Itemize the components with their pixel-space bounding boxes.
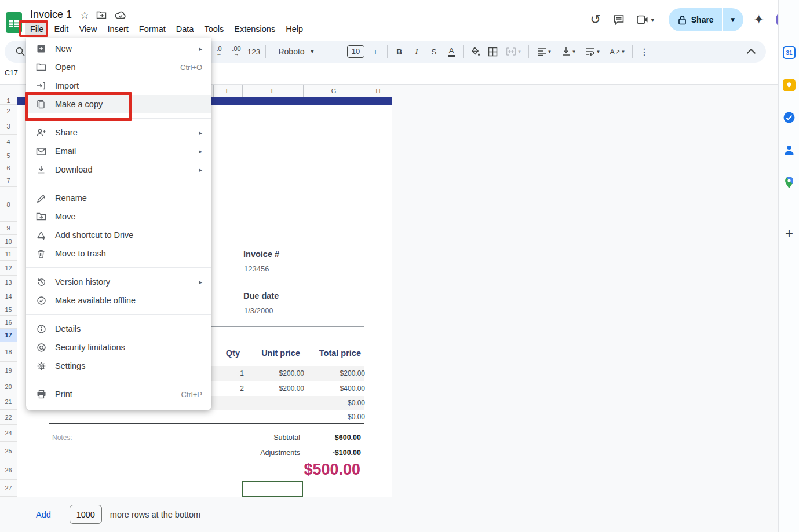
maps-icon[interactable] — [783, 176, 796, 189]
row-header-27[interactable]: 27 — [0, 480, 17, 497]
bold-button[interactable]: B — [392, 44, 407, 59]
row-header-5[interactable]: 5 — [0, 149, 17, 162]
row-header-17[interactable]: 17 — [0, 329, 17, 342]
adjustments-label: Adjustments — [260, 449, 300, 457]
row-header-16[interactable]: 16 — [0, 316, 17, 329]
menu-item-make-available-offline[interactable]: Make available offline — [26, 291, 211, 310]
row-header-10[interactable]: 10 — [0, 235, 17, 248]
row-header-25[interactable]: 25 — [0, 442, 17, 460]
increase-font-size-button[interactable]: + — [368, 44, 383, 59]
more-toolbar-options-icon[interactable]: ⋮ — [637, 44, 652, 59]
name-box[interactable]: C17 — [5, 69, 18, 77]
row-header-21[interactable]: 21 — [0, 394, 17, 410]
tasks-icon[interactable] — [783, 111, 796, 124]
menu-item-print[interactable]: PrintCtrl+P — [26, 385, 211, 403]
menu-item-email[interactable]: Email▸ — [26, 142, 211, 160]
decrease-decimal-icon[interactable]: .0← — [211, 44, 227, 59]
cloud-saved-icon[interactable] — [115, 10, 129, 20]
strikethrough-button[interactable]: S — [426, 44, 442, 59]
column-header-E[interactable]: E — [213, 85, 242, 97]
menu-insert[interactable]: Insert — [103, 22, 133, 36]
menu-item-download[interactable]: Download▸ — [26, 160, 211, 179]
menu-item-add-shortcut-to-drive[interactable]: Add shortcut to Drive — [26, 226, 211, 244]
row-header-24[interactable]: 24 — [0, 425, 17, 442]
menu-format[interactable]: Format — [134, 22, 170, 36]
text-wrapping-icon[interactable]: ▾ — [582, 44, 604, 59]
hide-toolbar-icon[interactable] — [745, 45, 758, 58]
menu-extensions[interactable]: Extensions — [229, 22, 280, 36]
get-add-ons-plus-icon[interactable]: + — [783, 227, 796, 240]
add-rows-button[interactable]: Add — [36, 510, 51, 519]
horizontal-align-icon[interactable]: ▾ — [533, 44, 555, 59]
more-formats-icon[interactable]: 123 — [246, 44, 261, 59]
increase-decimal-icon[interactable]: .00→ — [229, 44, 244, 59]
row-header-6[interactable]: 6 — [0, 162, 17, 174]
decrease-font-size-button[interactable]: − — [329, 44, 344, 59]
row-header-22[interactable]: 22 — [0, 410, 17, 425]
comments-icon[interactable] — [607, 8, 630, 31]
gemini-sparkle-icon[interactable]: ✦ — [749, 12, 769, 27]
row-header-4[interactable]: 4 — [0, 135, 17, 149]
selected-cell[interactable] — [242, 481, 303, 497]
font-family-select[interactable]: Roboto▼ — [270, 44, 320, 59]
italic-button[interactable]: I — [409, 44, 424, 59]
menu-item-import[interactable]: Import — [26, 76, 211, 95]
rename-pencil-icon — [35, 193, 47, 203]
calendar-icon[interactable]: 31 — [783, 46, 796, 59]
menu-item-move[interactable]: Move — [26, 207, 211, 226]
row-header-20[interactable]: 20 — [0, 379, 17, 394]
star-icon[interactable]: ☆ — [78, 9, 92, 21]
meet-dropdown-caret[interactable]: ▾ — [651, 17, 654, 23]
row-count-input[interactable] — [70, 505, 102, 524]
row-header-1[interactable]: 1 — [0, 97, 17, 105]
row-header-18[interactable]: 18 — [0, 342, 17, 362]
row-header-8[interactable]: 8 — [0, 187, 17, 222]
menu-item-settings[interactable]: Settings — [26, 357, 211, 375]
text-color-button[interactable]: A — [444, 44, 459, 59]
menu-edit[interactable]: Edit — [49, 22, 73, 36]
menu-item-new[interactable]: New▸ — [26, 39, 211, 58]
menu-help[interactable]: Help — [281, 22, 308, 36]
version-history-icon[interactable]: ↺ — [584, 8, 607, 31]
row-header-19[interactable]: 19 — [0, 362, 17, 379]
row-header-26[interactable]: 26 — [0, 460, 17, 480]
menu-tools[interactable]: Tools — [199, 22, 228, 36]
column-header-F[interactable]: F — [242, 85, 303, 97]
document-title[interactable]: Invoice 1 — [30, 9, 72, 21]
menu-item-make-a-copy[interactable]: Make a copy — [26, 95, 211, 113]
row-header-9[interactable]: 9 — [0, 222, 17, 235]
share-dropdown-caret[interactable]: ▼ — [723, 16, 743, 24]
borders-icon[interactable] — [485, 44, 500, 59]
menu-item-details[interactable]: Details — [26, 320, 211, 338]
contacts-icon[interactable] — [783, 144, 796, 156]
menu-data[interactable]: Data — [172, 22, 199, 36]
row-header-2[interactable]: 2 — [0, 105, 17, 118]
text-rotation-icon[interactable]: A↗ ▾ — [606, 44, 628, 59]
column-header-G[interactable]: G — [303, 85, 364, 97]
menu-item-share[interactable]: Share▸ — [26, 123, 211, 142]
keep-notes-icon[interactable] — [783, 79, 796, 91]
row-header-14[interactable]: 14 — [0, 289, 17, 303]
row-header-11[interactable]: 11 — [0, 248, 17, 261]
row-header-13[interactable]: 13 — [0, 276, 17, 289]
column-header-H[interactable]: H — [364, 85, 392, 97]
menu-item-rename[interactable]: Rename — [26, 189, 211, 207]
vertical-align-icon[interactable]: ▾ — [557, 44, 579, 59]
row-header-7[interactable]: 7 — [0, 174, 17, 187]
folder-icon — [35, 62, 47, 72]
menu-view[interactable]: View — [74, 22, 101, 36]
menu-item-move-to-trash[interactable]: Move to trash — [26, 244, 211, 263]
fill-color-icon[interactable] — [468, 44, 483, 59]
menu-item-open[interactable]: OpenCtrl+O — [26, 58, 211, 76]
share-button[interactable]: Share ▼ — [669, 8, 743, 31]
menu-item-version-history[interactable]: Version history▸ — [26, 273, 211, 291]
sheets-logo-icon[interactable] — [5, 12, 23, 34]
row-header-15[interactable]: 15 — [0, 303, 17, 316]
font-size-input[interactable]: 10 — [347, 45, 364, 58]
meet-video-icon[interactable]: ▾ — [630, 8, 661, 31]
row-header-3[interactable]: 3 — [0, 118, 17, 135]
menu-file[interactable]: File — [25, 22, 48, 36]
row-header-12[interactable]: 12 — [0, 261, 17, 276]
move-folder-icon[interactable] — [96, 10, 110, 20]
menu-item-security-limitations[interactable]: Security limitations — [26, 338, 211, 357]
